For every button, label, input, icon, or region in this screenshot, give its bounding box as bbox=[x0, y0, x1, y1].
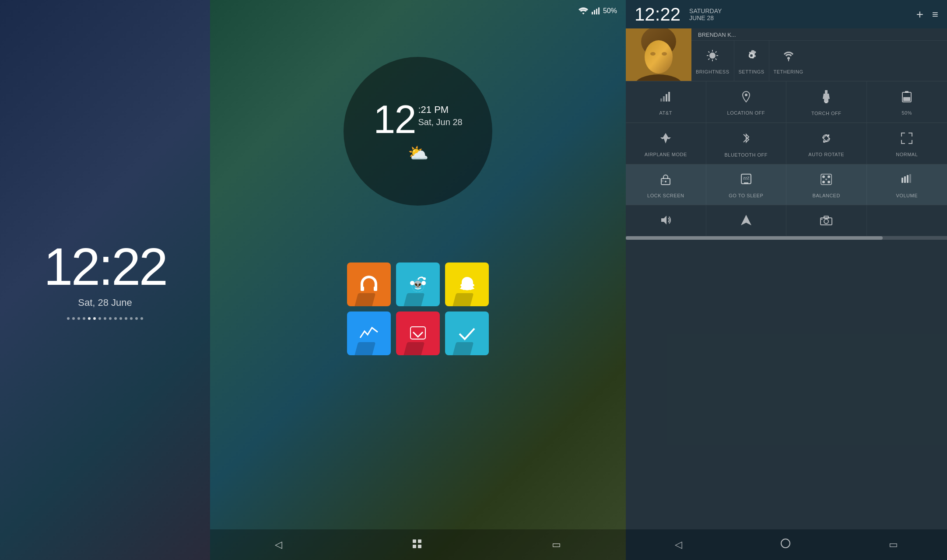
torch-icon bbox=[822, 90, 831, 106]
app-icon-finance[interactable] bbox=[347, 312, 391, 355]
qs-torch[interactable]: TORCH OFF bbox=[786, 81, 867, 122]
notif-home-button[interactable] bbox=[780, 538, 791, 551]
widget-date: Sat, Jun 28 bbox=[418, 117, 462, 127]
svg-rect-5 bbox=[374, 287, 377, 291]
svg-text:zzZ: zzZ bbox=[743, 176, 750, 180]
svg-rect-50 bbox=[903, 97, 910, 101]
bluetooth-icon bbox=[742, 132, 751, 148]
volume-bars-icon bbox=[901, 173, 913, 189]
qs-normal-label: NORMAL bbox=[896, 152, 918, 157]
qs-row-2: AT&T LOCATION OFF TORCH OFF bbox=[626, 81, 947, 123]
app-grid: 👽 bbox=[347, 262, 489, 355]
lock-screen-dots bbox=[67, 317, 143, 320]
balanced-icon bbox=[820, 173, 832, 189]
home-nav-bar: ◁ ▭ bbox=[210, 529, 626, 560]
finance-icon bbox=[358, 322, 380, 344]
svg-rect-16 bbox=[418, 539, 421, 543]
notification-time: 12:22 bbox=[635, 4, 680, 25]
svg-point-8 bbox=[423, 277, 426, 280]
headphones-icon bbox=[358, 273, 380, 295]
camera-icon bbox=[820, 215, 833, 229]
svg-rect-3 bbox=[598, 7, 600, 14]
widget-time-detail: :21 PM Sat, Jun 28 bbox=[418, 100, 462, 127]
dot-12 bbox=[125, 317, 127, 320]
qs-att[interactable]: AT&T bbox=[626, 81, 706, 122]
profile-name: BRENDAN K... bbox=[698, 32, 736, 38]
dot-15 bbox=[140, 317, 143, 320]
qs-settings[interactable]: SETTINGS bbox=[734, 41, 769, 81]
qs-brightness[interactable]: BRIGHTNESS bbox=[691, 41, 734, 81]
home-recent-button[interactable]: ▭ bbox=[552, 539, 561, 550]
svg-rect-39 bbox=[660, 98, 662, 102]
svg-point-60 bbox=[822, 175, 825, 178]
qs-nav[interactable] bbox=[706, 205, 787, 236]
speaker-icon bbox=[659, 214, 672, 229]
checkmark-icon bbox=[456, 322, 478, 344]
qs-normal[interactable]: NORMAL bbox=[867, 123, 947, 164]
clock-widget-time: 12 :21 PM Sat, Jun 28 bbox=[373, 100, 462, 139]
quick-settings-profile-area: BRENDAN K... bbox=[691, 28, 947, 81]
lock-screen: 12:22 Sat, 28 June bbox=[0, 0, 210, 560]
notification-add-button[interactable]: + bbox=[916, 7, 923, 21]
qs-tethering[interactable]: TETHERING bbox=[769, 41, 808, 81]
svg-line-31 bbox=[716, 59, 717, 60]
svg-point-72 bbox=[824, 219, 828, 224]
svg-point-43 bbox=[745, 94, 747, 96]
svg-rect-68 bbox=[909, 174, 911, 183]
svg-point-63 bbox=[828, 181, 830, 183]
notification-menu-button[interactable]: ≡ bbox=[932, 8, 938, 21]
qs-balanced[interactable]: BALANCED bbox=[786, 164, 867, 205]
dot-3 bbox=[77, 317, 80, 320]
svg-point-74 bbox=[821, 218, 823, 220]
notif-back-button[interactable]: ◁ bbox=[675, 539, 682, 550]
svg-point-53 bbox=[665, 181, 666, 182]
qs-battery[interactable]: 50% bbox=[867, 81, 947, 122]
home-home-button[interactable] bbox=[412, 539, 422, 551]
qs-lockscreen[interactable]: LOCK SCREEN bbox=[626, 164, 706, 205]
home-back-button[interactable]: ◁ bbox=[275, 539, 282, 550]
widget-ampm: :21 PM bbox=[418, 104, 462, 116]
clock-widget: 12 :21 PM Sat, Jun 28 ⛅ bbox=[344, 57, 492, 206]
app-icon-check[interactable] bbox=[445, 312, 489, 355]
app-icon-podcast[interactable] bbox=[347, 262, 391, 306]
dot-5 bbox=[88, 317, 91, 320]
svg-marker-70 bbox=[741, 215, 751, 225]
qs-sleep[interactable]: zzZ GO TO SLEEP bbox=[706, 164, 787, 205]
signal-status-icon bbox=[592, 7, 600, 14]
dot-8 bbox=[104, 317, 106, 320]
qs-autorotate[interactable]: AUTO ROTATE bbox=[786, 123, 867, 164]
brightness-icon bbox=[706, 49, 719, 65]
svg-rect-0 bbox=[592, 12, 593, 14]
qs-bluetooth-label: BLUETOOTH OFF bbox=[724, 152, 768, 158]
profile-photo[interactable] bbox=[626, 28, 691, 81]
qs-bluetooth[interactable]: BLUETOOTH OFF bbox=[706, 123, 787, 164]
svg-rect-42 bbox=[668, 92, 670, 102]
qs-location[interactable]: LOCATION OFF bbox=[706, 81, 787, 122]
qs-speaker[interactable] bbox=[626, 205, 706, 236]
svg-rect-2 bbox=[596, 9, 597, 14]
qs-volume[interactable]: VOLUME bbox=[867, 164, 947, 205]
qs-airplane[interactable]: AIRPLANE MODE bbox=[626, 123, 706, 164]
svg-line-32 bbox=[716, 52, 717, 53]
home-screen: 50% 12 :21 PM Sat, Jun 28 ⛅ bbox=[210, 0, 626, 560]
qs-airplane-label: AIRPLANE MODE bbox=[645, 152, 687, 157]
dot-10 bbox=[114, 317, 117, 320]
app-icon-reddit[interactable]: 👽 bbox=[396, 262, 440, 306]
wifi-status-icon bbox=[579, 7, 588, 14]
dot-13 bbox=[130, 317, 133, 320]
status-icons: 50% bbox=[579, 7, 617, 15]
scroll-thumb bbox=[626, 236, 883, 240]
dot-6 bbox=[93, 317, 96, 320]
qs-empty bbox=[867, 205, 947, 236]
qs-camera[interactable] bbox=[786, 205, 867, 236]
svg-point-22 bbox=[650, 52, 656, 56]
svg-point-61 bbox=[828, 175, 830, 178]
app-icon-pocket[interactable] bbox=[396, 312, 440, 355]
app-icon-snapchat[interactable] bbox=[445, 262, 489, 306]
svg-point-62 bbox=[822, 181, 825, 183]
svg-marker-45 bbox=[823, 94, 830, 99]
qs-row-5-partial bbox=[626, 205, 947, 236]
scroll-indicator bbox=[626, 236, 947, 240]
notif-recent-button[interactable]: ▭ bbox=[889, 539, 898, 550]
dot-14 bbox=[135, 317, 138, 320]
